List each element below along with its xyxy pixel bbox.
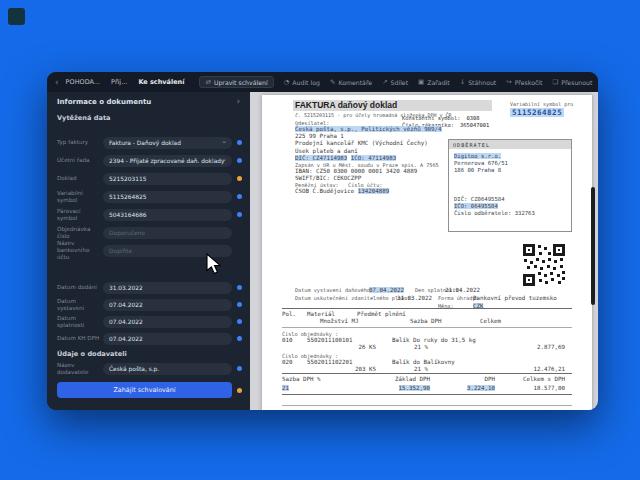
back-chevron-icon[interactable]: ‹: [55, 78, 59, 87]
tab-pohoda[interactable]: POHODA...: [66, 78, 100, 86]
tab-ke-schvaleni[interactable]: Ke schválení: [138, 78, 184, 86]
field-value: 07.04.2022: [109, 319, 143, 325]
field-row-vat-date: Datum KH DPH 07.04.2022: [57, 332, 242, 345]
item-row-2: 020 5502011102201 Balík do Balíkovny: [262, 359, 592, 366]
desktop-background: ‹ POHODA... Přij... Ke schválení ⇄Upravi…: [0, 0, 640, 480]
viewer-scrollbar[interactable]: [591, 187, 595, 305]
duzp-value: 31.03.2022: [397, 295, 432, 301]
buyer-number-label: Číslo odběratele:: [454, 210, 511, 216]
summary-rate: 21: [282, 385, 289, 391]
field-label: Doklad: [57, 175, 103, 182]
skip-icon: ↪: [506, 78, 511, 86]
skip-button[interactable]: ↪Přeskočit: [506, 78, 542, 86]
buyer-ico: IČO: 06495584: [454, 203, 498, 209]
swift-line: SWIFT/BIC: CEKOCZPP: [295, 175, 455, 182]
sender-dic: DIČ: CZ47114983: [295, 155, 347, 161]
download-icon: ↓: [460, 78, 465, 86]
due-date-input[interactable]: 07.04.2022: [103, 316, 232, 328]
field-row-invoice-type: Typ faktury Faktura - Daňový doklad: [57, 136, 242, 149]
field-value: 07.04.2022: [109, 302, 143, 308]
summary-header: Sazba DPH % Základ DPH DPH Celkem s DPH: [262, 376, 592, 383]
comments-button[interactable]: ✎Komentáře: [330, 78, 372, 86]
confidence-dot: [237, 388, 242, 393]
buyer-dic: DIČ: CZ06495584: [454, 196, 566, 203]
duzp-row: Datum uskutečnění zdanitelného plnění: 3…: [295, 295, 585, 302]
summary-values: 21 15.352,90 3.224,10 18.577,00: [262, 385, 592, 392]
start-approval-button[interactable]: Zahájit schvalování: [57, 382, 232, 398]
issue-date-input[interactable]: 07.04.2022: [103, 299, 232, 311]
tab-prijate[interactable]: Přij...: [111, 78, 127, 86]
ledger-series-select[interactable]: 2394 - Přijaté zpracované daň. doklady: [103, 155, 232, 167]
buyer-number: 332763: [515, 210, 535, 216]
buyer-box: ODBĚRATEL Digitoo s.r.o. Pernerova 676/5…: [448, 139, 572, 232]
move-button[interactable]: ❏Přesunout: [553, 78, 593, 86]
field-placeholder: Doporučeno: [109, 230, 145, 236]
pairing-symbol-input[interactable]: 5043164686: [103, 209, 232, 221]
document-info-title: Informace o dokumentu: [57, 98, 151, 106]
confidence-dot: [237, 319, 242, 324]
item-qty: 203 KS: [355, 366, 376, 372]
iban-line: IBAN: CZ50 0300 0000 0001 3420 4889: [295, 168, 455, 175]
field-label: Účetní řada: [57, 157, 103, 164]
customer-number-value: 365047001: [460, 122, 489, 128]
field-row-issue-date: Datum vystavení 07.04.2022: [57, 298, 242, 311]
field-row-pairing-symbol: Párovací symbol 5043164686: [57, 208, 242, 221]
invoice-type-select[interactable]: Faktura - Daňový doklad: [103, 137, 232, 149]
item-name: Balík do Balíkovny: [392, 359, 455, 365]
field-label: Objednávka číslo: [57, 226, 103, 239]
audit-log-button[interactable]: ◔Audit log: [284, 78, 320, 86]
confidence-dot: [237, 176, 242, 181]
document-number-input[interactable]: 5215203115: [103, 173, 232, 185]
due-date-value: 21.04.2022: [445, 287, 480, 293]
confidence-dot: [237, 285, 242, 290]
variable-symbol-input[interactable]: 5115264825: [103, 191, 232, 203]
field-row-due-date: Datum splatnosti 07.04.2022: [57, 315, 242, 328]
confidence-dot: [237, 212, 242, 217]
app-window: ‹ POHODA... Přij... Ke schválení ⇄Upravi…: [47, 72, 598, 410]
delivery-date-input[interactable]: 31.03.2022: [103, 282, 232, 294]
document-info-header[interactable]: Informace o dokumentu ›: [57, 97, 240, 106]
field-row-variable-symbol: Variabilní symbol 5115264825: [57, 190, 242, 203]
summary-vat-label: DPH: [485, 376, 495, 382]
item-name: Balík Do ruky do 31,5 kg: [392, 337, 476, 343]
sender-ico: IČO: 47114983: [351, 155, 396, 161]
confidence-dot: [237, 140, 242, 145]
confidence-dot: [237, 302, 242, 307]
file-button[interactable]: ▣Zařadit: [418, 78, 450, 86]
buyer-city: 186 00 Praha 8: [454, 167, 566, 174]
archive-icon: ▣: [418, 78, 424, 86]
clock-icon: ◔: [284, 78, 290, 86]
summary-rate-label: Sazba DPH %: [282, 376, 320, 382]
share-icon: ↗: [382, 78, 387, 86]
field-value: 5215203115: [109, 176, 146, 182]
share-button[interactable]: ↗Sdílet: [382, 78, 408, 86]
download-button[interactable]: ↓Stáhnout: [460, 78, 497, 86]
field-placeholder: Doplňte: [109, 248, 132, 254]
table-top-rule: [282, 308, 572, 309]
buyer-street: Pernerova 676/51: [454, 160, 566, 167]
sender-office: Prodejní kancelář KMC (Východní Čechy): [295, 140, 455, 147]
duzp-label: Datum uskutečnění zdanitelného plnění:: [295, 295, 414, 301]
field-label: Datum splatnosti: [57, 315, 103, 328]
extracted-data-section: Vytěžená data: [57, 114, 111, 122]
col-vat: Sazba DPH: [410, 318, 441, 324]
field-label: Název bankovního účtu: [57, 240, 103, 260]
item-row-2-amounts: 203 KS 21 % 12.476,21: [262, 366, 592, 373]
table-header-2: Množství MJ Sazba DPH Celkem: [262, 318, 592, 325]
vat-date-input[interactable]: 07.04.2022: [103, 333, 232, 345]
field-label: Datum vystavení: [57, 298, 103, 311]
field-value: 5043164686: [109, 212, 146, 218]
edit-approval-button[interactable]: ⇄Upravit schválení: [199, 76, 273, 88]
toolbar-actions: ⇄Upravit schválení ◔Audit log ✎Komentáře…: [199, 76, 598, 88]
field-row-ledger-series: Účetní řada 2394 - Přijaté zpracované da…: [57, 154, 242, 167]
sender-name: Česká pošta, s.p., Politických vězňů 909…: [295, 126, 442, 132]
supplier-section: Údaje o dodavateli: [57, 350, 127, 358]
desktop-widget: [8, 8, 25, 25]
mouse-cursor: [206, 253, 222, 275]
order-number-input[interactable]: Doporučeno: [103, 227, 232, 239]
field-label: Variabilní symbol: [57, 190, 103, 203]
field-label: Datum KH DPH: [57, 335, 103, 342]
field-label: Datum dodání: [57, 284, 103, 291]
chevron-right-icon: ›: [237, 97, 240, 106]
supplier-name-input[interactable]: Česká pošta, s.p.: [103, 363, 232, 375]
